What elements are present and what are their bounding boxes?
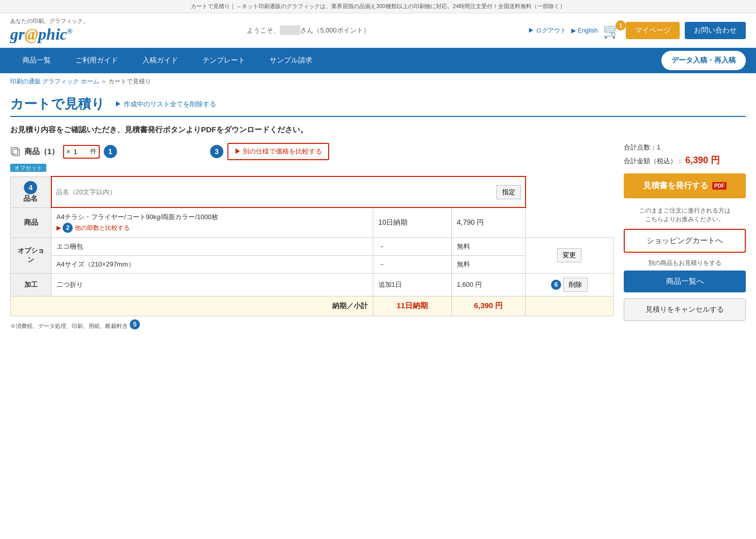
welcome-text: ようこそ、さん（5,000ポイント） [247, 26, 370, 35]
instruction-text: お見積り内容をご確認いただき、見積書発行ボタンよりPDFをダウンロードください。 [10, 125, 746, 135]
header-actions: ログアウト English 🛒 1 マイページ お問い合わせ [528, 22, 746, 39]
tagline: あなたの印刷。グラフィック。 [10, 17, 89, 25]
subtotal-price: 6,390 円 [451, 296, 525, 316]
mypage-button[interactable]: マイページ [626, 22, 680, 39]
product-price-cell: 4,790 円 [451, 207, 525, 237]
product-details-row: 商品 A4チラシ・フライヤー/コート90kg/両面カラー/1000枚 2 他の部… [11, 207, 614, 237]
specify-button[interactable]: 指定 [497, 185, 521, 199]
product-details-cell: A4チラシ・フライヤー/コート90kg/両面カラー/1000枚 2 他の部数と比… [51, 207, 373, 237]
quote-table: 4品名 指定 商品 A4チラシ・フライヤー/コート9 [10, 176, 614, 316]
breadcrumb-home[interactable]: 印刷の通販 グラフィック ホーム [10, 78, 99, 85]
offset-badge: オフセット [10, 164, 46, 172]
delete-button[interactable]: 削除 [563, 278, 588, 292]
breadcrumb: 印刷の通販 グラフィック ホーム ＞ カートで見積り [0, 73, 756, 90]
total-price-row: 合計金額（税込）： 6,390 円 [624, 154, 746, 166]
cart-badge: 1 [616, 20, 626, 31]
product-label-cell: 商品 [11, 207, 51, 237]
logout-link[interactable]: ログアウト [528, 26, 566, 35]
quote-section: ⧉ 商品（1） × 1 2 3 件 1 3 [10, 143, 614, 330]
product-label: 商品（1） [24, 147, 59, 157]
total-price-label: 合計金額（税込）： [624, 157, 683, 166]
contact-button[interactable]: お問い合わせ [685, 22, 746, 39]
option2-price: 無料 [451, 255, 525, 273]
compare-qty-link[interactable]: 2 他の部数と比較する [56, 224, 130, 231]
badge-2: 2 [63, 223, 73, 233]
badge-3: 3 [210, 145, 223, 158]
page-title: カートで見積り [10, 95, 105, 113]
nav-bar: 商品一覧 ご利用ガイド 入稿ガイド テンプレート サンプル請求 データ入稿・再入… [0, 48, 756, 73]
summary-box: 合計点数：1 合計金額（税込）： 6,390 円 [624, 143, 746, 166]
product-name-label: 4品名 [11, 176, 51, 207]
quantity-select[interactable]: 1 2 3 [73, 147, 88, 157]
delete-all-link[interactable]: 作成中のリスト全てを削除する [115, 100, 216, 109]
page-content: カートで見積り 作成中のリスト全てを削除する お見積り内容をご確認いただき、見積… [0, 90, 756, 345]
top-banner: カートで見積り｜ – ネット印刷通販のグラフィックは、業界屈指の品揃え300種類… [0, 0, 756, 13]
shopping-cart-button[interactable]: ショッピングカートへ [624, 229, 746, 253]
product-name-input[interactable] [56, 188, 493, 196]
product-name-row: 4品名 指定 [11, 176, 614, 207]
product-list-button[interactable]: 商品一覧へ [624, 271, 746, 292]
compare-spec-button[interactable]: 別の仕様で価格を比較する [227, 143, 330, 160]
option-label: オプション [11, 237, 51, 273]
process-name: 二つ折り [51, 273, 373, 296]
option1-price: 無料 [451, 237, 525, 255]
english-link[interactable]: English [571, 27, 598, 34]
option1-name: エコ梱包 [51, 237, 373, 255]
change-button[interactable]: 変更 [557, 248, 581, 262]
product-name-cell: 指定 [51, 176, 526, 207]
badge-1: 1 [104, 145, 117, 158]
nav-item-products[interactable]: 商品一覧 [10, 49, 63, 72]
breadcrumb-current: カートで見積り [108, 78, 151, 85]
note-text: ※消費税、データ処理、印刷、用紙、断裁料含 [10, 322, 128, 330]
quantity-control: × 1 2 3 件 [63, 145, 99, 159]
sidebar-section: 合計点数：1 合計金額（税込）： 6,390 円 見積書を発行する PDF この… [624, 143, 746, 330]
product-name-text: A4チラシ・フライヤー/コート90kg/両面カラー/1000枚 [56, 212, 368, 223]
cart-icon-wrapper[interactable]: 🛒 1 [603, 22, 621, 39]
product-header-row: ⧉ 商品（1） × 1 2 3 件 1 3 [10, 143, 614, 160]
process-label: 加工 [11, 273, 51, 296]
logo: gr@phic® [10, 25, 89, 44]
order-notice: このままご注文に進行される方は こちらよりお進みください。 [624, 206, 746, 224]
data-entry-button[interactable]: データ入稿・再入稿 [661, 51, 746, 70]
logo-area: あなたの印刷。グラフィック。 gr@phic® [10, 17, 89, 44]
process-delivery: 追加1日 [373, 273, 451, 296]
total-price-value: 6,390 円 [685, 154, 720, 166]
cancel-quote-button[interactable]: 見積りをキャンセルする [624, 298, 746, 321]
nav-item-guide[interactable]: ご利用ガイド [63, 49, 130, 72]
issue-quote-label: 見積書を発行する [643, 181, 708, 191]
badge-6: 6 [551, 280, 561, 290]
main-area: ⧉ 商品（1） × 1 2 3 件 1 3 [10, 143, 746, 330]
option1-delivery: － [373, 237, 451, 255]
badge-5: 5 [130, 319, 140, 330]
badge-4: 4 [24, 181, 37, 194]
quantity-unit: 件 [90, 147, 97, 156]
nav-item-sample[interactable]: サンプル請求 [257, 49, 325, 72]
change-cell: 変更 [526, 237, 614, 273]
nav-item-template[interactable]: テンプレート [190, 49, 257, 72]
option-row-1: オプション エコ梱包 － 無料 変更 [11, 237, 614, 255]
option2-name: A4サイズ（210×297mm） [51, 255, 373, 273]
product-name-input-area: 指定 [52, 183, 525, 201]
nav-item-submission[interactable]: 入稿ガイド [130, 49, 190, 72]
total-count: 合計点数：1 [624, 143, 746, 152]
process-row: 加工 二つ折り 追加1日 1,600 円 6 削除 [11, 273, 614, 296]
issue-quote-button[interactable]: 見積書を発行する PDF [624, 173, 746, 198]
option-row-2: A4サイズ（210×297mm） － 無料 [11, 255, 614, 273]
header: あなたの印刷。グラフィック。 gr@phic® ようこそ、さん（5,000ポイン… [0, 13, 756, 48]
product-delivery-cell: 10日納期 [373, 207, 451, 237]
another-product-notice: 別の商品もお見積りをする [624, 259, 746, 267]
delete-cell: 6 削除 [526, 273, 614, 296]
process-price: 1,600 円 [451, 273, 525, 296]
layers-icon: ⧉ [10, 143, 20, 160]
page-title-row: カートで見積り 作成中のリスト全てを削除する [10, 95, 746, 113]
pdf-badge: PDF [712, 182, 726, 190]
option2-delivery: － [373, 255, 451, 273]
subtotal-delivery: 11日納期 [373, 296, 451, 316]
subtotal-row: 納期／小計 11日納期 6,390 円 [11, 296, 614, 316]
subtotal-label: 納期／小計 [11, 296, 373, 316]
